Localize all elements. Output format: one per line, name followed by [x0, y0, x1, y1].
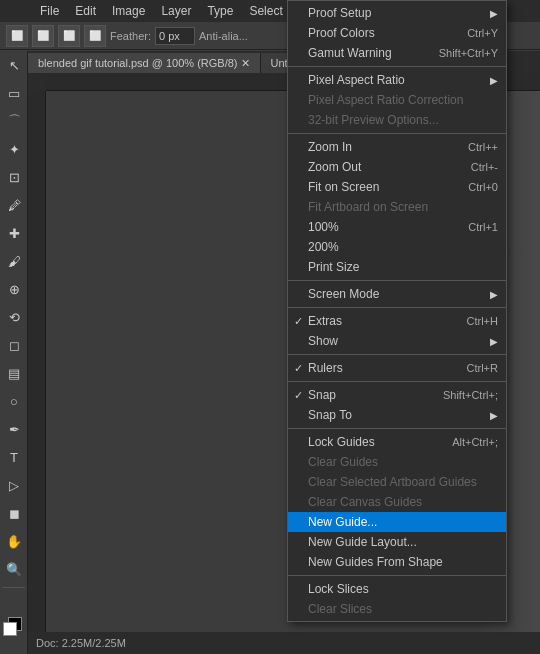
- extras-checkmark: ✓: [294, 315, 303, 328]
- separator-5: [288, 354, 506, 355]
- screen-mode-label: Screen Mode: [308, 287, 379, 301]
- separator-3: [288, 280, 506, 281]
- feather-input[interactable]: [155, 27, 195, 45]
- tool-lasso[interactable]: ⌒: [0, 107, 28, 135]
- proof-setup-arrow: ▶: [490, 8, 498, 19]
- fit-on-screen-shortcut: Ctrl+0: [468, 181, 498, 193]
- tools-panel: ↖ ▭ ⌒ ✦ ⊡ 🖉 ✚ 🖌 ⊕ ⟲ ◻ ▤ ○ ✒ T ▷ ◼ ✋ 🔍: [0, 51, 28, 654]
- feather-label: Feather:: [110, 30, 151, 42]
- clear-guides-label: Clear Guides: [308, 455, 378, 469]
- tool-btn-2[interactable]: ⬜: [32, 25, 54, 47]
- screen-mode-arrow: ▶: [490, 289, 498, 300]
- menu-item-200pct[interactable]: 200%: [288, 237, 506, 257]
- pixel-aspect-correction-label: Pixel Aspect Ratio Correction: [308, 93, 463, 107]
- gamut-warning-label: Gamut Warning: [308, 46, 392, 60]
- tool-path[interactable]: ▷: [0, 471, 28, 499]
- menu-item-snap[interactable]: ✓ Snap Shift+Ctrl+;: [288, 385, 506, 405]
- menu-item-lock-slices[interactable]: Lock Slices: [288, 579, 506, 599]
- pixel-aspect-ratio-arrow: ▶: [490, 75, 498, 86]
- tool-pen[interactable]: ✒: [0, 415, 28, 443]
- snap-shortcut: Shift+Ctrl+;: [443, 389, 498, 401]
- menu-item-fit-on-screen[interactable]: Fit on Screen Ctrl+0: [288, 177, 506, 197]
- menu-item-clear-canvas-guides: Clear Canvas Guides: [288, 492, 506, 512]
- tool-hand[interactable]: ✋: [0, 527, 28, 555]
- new-guide-label: New Guide...: [308, 515, 377, 529]
- tool-shape[interactable]: ◼: [0, 499, 28, 527]
- menu-item-lock-guides[interactable]: Lock Guides Alt+Ctrl+;: [288, 432, 506, 452]
- snap-to-label: Snap To: [308, 408, 352, 422]
- show-label: Show: [308, 334, 338, 348]
- tool-eraser[interactable]: ◻: [0, 331, 28, 359]
- menu-item-extras[interactable]: ✓ Extras Ctrl+H: [288, 311, 506, 331]
- separator-7: [288, 428, 506, 429]
- menu-item-zoom-in[interactable]: Zoom In Ctrl++: [288, 137, 506, 157]
- tool-btn-3[interactable]: ⬜: [58, 25, 80, 47]
- tool-gradient[interactable]: ▤: [0, 359, 28, 387]
- foreground-color[interactable]: [0, 611, 28, 639]
- menu-item-snap-to[interactable]: Snap To ▶: [288, 405, 506, 425]
- menu-select[interactable]: Select: [241, 2, 290, 20]
- menu-type[interactable]: Type: [199, 2, 241, 20]
- menu-item-new-guides-from-shape[interactable]: New Guides From Shape: [288, 552, 506, 572]
- menu-item-clear-selected-artboard-guides: Clear Selected Artboard Guides: [288, 472, 506, 492]
- statusbar: Doc: 2.25M/2.25M: [28, 632, 540, 654]
- tool-btn-1[interactable]: ⬜: [6, 25, 28, 47]
- separator-6: [288, 381, 506, 382]
- separator-2: [288, 133, 506, 134]
- menu-item-show[interactable]: Show ▶: [288, 331, 506, 351]
- tool-magic-wand[interactable]: ✦: [0, 135, 28, 163]
- menu-item-pixel-aspect-ratio-correction: Pixel Aspect Ratio Correction: [288, 90, 506, 110]
- menu-layer[interactable]: Layer: [153, 2, 199, 20]
- menu-item-proof-setup[interactable]: Proof Setup ▶: [288, 3, 506, 23]
- 100pct-shortcut: Ctrl+1: [468, 221, 498, 233]
- tool-clone[interactable]: ⊕: [0, 275, 28, 303]
- tool-zoom[interactable]: 🔍: [0, 555, 28, 583]
- 32bit-preview-label: 32-bit Preview Options...: [308, 113, 439, 127]
- tool-marquee[interactable]: ▭: [0, 79, 28, 107]
- proof-colors-label: Proof Colors: [308, 26, 375, 40]
- tool-brush[interactable]: 🖌: [0, 247, 28, 275]
- snap-checkmark: ✓: [294, 389, 303, 402]
- menu-item-screen-mode[interactable]: Screen Mode ▶: [288, 284, 506, 304]
- menu-item-clear-slices: Clear Slices: [288, 599, 506, 619]
- menu-item-print-size[interactable]: Print Size: [288, 257, 506, 277]
- separator-4: [288, 307, 506, 308]
- tool-move[interactable]: ↖: [0, 51, 28, 79]
- lock-guides-shortcut: Alt+Ctrl+;: [452, 436, 498, 448]
- menu-item-new-guide-layout[interactable]: New Guide Layout...: [288, 532, 506, 552]
- tool-eyedropper[interactable]: 🖉: [0, 191, 28, 219]
- zoom-in-shortcut: Ctrl++: [468, 141, 498, 153]
- zoom-out-shortcut: Ctrl+-: [471, 161, 498, 173]
- tool-history[interactable]: ⟲: [0, 303, 28, 331]
- gamut-warning-shortcut: Shift+Ctrl+Y: [439, 47, 498, 59]
- menu-item-pixel-aspect-ratio[interactable]: Pixel Aspect Ratio ▶: [288, 70, 506, 90]
- tool-dodge[interactable]: ○: [0, 387, 28, 415]
- menu-item-100pct[interactable]: 100% Ctrl+1: [288, 217, 506, 237]
- menu-item-new-guide[interactable]: New Guide...: [288, 512, 506, 532]
- menu-item-zoom-out[interactable]: Zoom Out Ctrl+-: [288, 157, 506, 177]
- tool-btn-4[interactable]: ⬜: [84, 25, 106, 47]
- menu-image[interactable]: Image: [104, 2, 153, 20]
- 200pct-label: 200%: [308, 240, 339, 254]
- lock-slices-label: Lock Slices: [308, 582, 369, 596]
- anti-alias-label: Anti-alia...: [199, 30, 248, 42]
- menu-item-proof-colors[interactable]: Proof Colors Ctrl+Y: [288, 23, 506, 43]
- tool-crop[interactable]: ⊡: [0, 163, 28, 191]
- tool-heal[interactable]: ✚: [0, 219, 28, 247]
- separator-8: [288, 575, 506, 576]
- fit-artboard-label: Fit Artboard on Screen: [308, 200, 428, 214]
- zoom-out-label: Zoom Out: [308, 160, 361, 174]
- lock-guides-label: Lock Guides: [308, 435, 375, 449]
- 100pct-label: 100%: [308, 220, 339, 234]
- tool-type[interactable]: T: [0, 443, 28, 471]
- clear-selected-artboard-guides-label: Clear Selected Artboard Guides: [308, 475, 477, 489]
- menu-edit[interactable]: Edit: [67, 2, 104, 20]
- extras-shortcut: Ctrl+H: [467, 315, 498, 327]
- clear-canvas-guides-label: Clear Canvas Guides: [308, 495, 422, 509]
- menu-file[interactable]: File: [32, 2, 67, 20]
- tab-blended-gif[interactable]: blended gif tutorial.psd @ 100% (RGB/8) …: [28, 53, 261, 73]
- menu-item-rulers[interactable]: ✓ Rulers Ctrl+R: [288, 358, 506, 378]
- extras-label: Extras: [308, 314, 342, 328]
- zoom-in-label: Zoom In: [308, 140, 352, 154]
- menu-item-gamut-warning[interactable]: Gamut Warning Shift+Ctrl+Y: [288, 43, 506, 63]
